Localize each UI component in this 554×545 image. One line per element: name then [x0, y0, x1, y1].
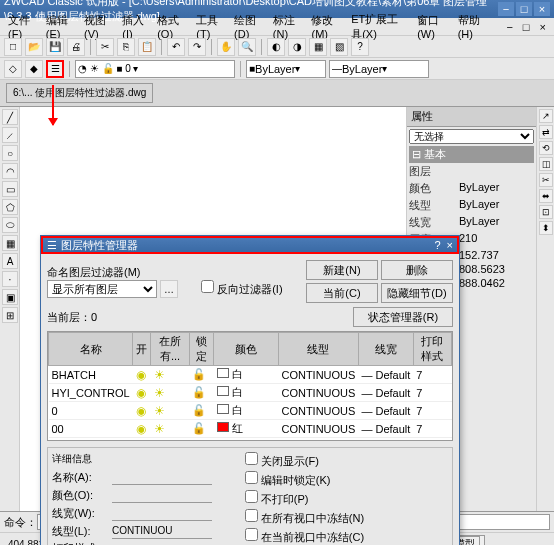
color-combo[interactable]: ■ ByLayer ▾ — [246, 60, 326, 78]
menu-format[interactable]: 格式(O) — [153, 13, 190, 40]
menu-tools[interactable]: 工具(T) — [192, 13, 228, 40]
open-icon[interactable]: 📂 — [25, 38, 43, 56]
grid-col[interactable]: 打印样式 — [413, 333, 451, 366]
layer-b-icon[interactable]: ◆ — [25, 60, 43, 78]
menu-help[interactable]: 帮助(H) — [454, 13, 491, 40]
mod-b-icon[interactable]: ⇄ — [539, 125, 553, 139]
mod-h-icon[interactable]: ⬍ — [539, 221, 553, 235]
paste-icon[interactable]: 📋 — [138, 38, 156, 56]
layer-a-icon[interactable]: ◇ — [4, 60, 22, 78]
dialog-close-icon[interactable]: × — [447, 239, 453, 251]
prop-row[interactable]: 颜色ByLayer — [409, 180, 534, 197]
redo-icon[interactable]: ↷ — [188, 38, 206, 56]
detail-opt[interactable]: 在当前视口中冻结(C) — [245, 528, 364, 545]
table-icon[interactable]: ⊞ — [2, 307, 18, 323]
detail-opt[interactable]: 在所有视口中冻结(N) — [245, 509, 364, 526]
doc-min-icon[interactable]: − — [502, 21, 516, 33]
current-layer-button[interactable]: 当前(C) — [306, 283, 378, 303]
menu-window[interactable]: 窗口(W) — [413, 13, 452, 40]
state-mgr-button[interactable]: 状态管理器(R) — [353, 307, 453, 327]
prop-row[interactable]: 线宽ByLayer — [409, 214, 534, 231]
menu-insert[interactable]: 插入(I) — [118, 13, 151, 40]
line-icon[interactable]: ╱ — [2, 109, 18, 125]
print-icon[interactable]: 🖨 — [67, 38, 85, 56]
menu-modify[interactable]: 修改(M) — [307, 13, 345, 40]
linetype-combo[interactable]: — ByLayer ▾ — [329, 60, 429, 78]
detail-color-input[interactable] — [112, 487, 212, 503]
menu-edit[interactable]: 编辑(E) — [42, 13, 78, 40]
prop-row[interactable]: 线型ByLayer — [409, 197, 534, 214]
circle-icon[interactable]: ○ — [2, 145, 18, 161]
help-icon[interactable]: ? — [351, 38, 369, 56]
filter-select[interactable]: 显示所有图层 — [47, 280, 157, 298]
layer-grid[interactable]: 名称开在所有...锁定颜色线型线宽打印样式 BHATCH◉☀🔓 白CONTINU… — [47, 331, 453, 441]
new-icon[interactable]: □ — [4, 38, 22, 56]
cut-icon[interactable]: ✂ — [96, 38, 114, 56]
mod-a-icon[interactable]: ↗ — [539, 109, 553, 123]
invert-filter-check[interactable]: 反向过滤器(I) — [201, 283, 282, 295]
layer-row[interactable]: 00◉☀🔓 红CONTINUOUS— Default7 — [49, 420, 452, 438]
detail-lt-input[interactable] — [112, 523, 212, 539]
mod-c-icon[interactable]: ⟲ — [539, 141, 553, 155]
arc-icon[interactable]: ◠ — [2, 163, 18, 179]
menu-draw[interactable]: 绘图(D) — [230, 13, 267, 40]
layer-row[interactable]: HYI_CONTROL◉☀🔓 白CONTINUOUS— Default7 — [49, 384, 452, 402]
detail-name-input[interactable] — [112, 469, 212, 485]
filter-edit-button[interactable]: … — [160, 280, 178, 298]
undo-icon[interactable]: ↶ — [167, 38, 185, 56]
detail-lw-input[interactable] — [112, 505, 212, 521]
zoom-icon[interactable]: 🔍 — [238, 38, 256, 56]
save-icon[interactable]: 💾 — [46, 38, 64, 56]
grid-col[interactable]: 锁定 — [189, 333, 214, 366]
maximize-button[interactable]: □ — [516, 2, 532, 16]
hatch-icon[interactable]: ▦ — [2, 235, 18, 251]
mod-f-icon[interactable]: ⬌ — [539, 189, 553, 203]
close-button[interactable]: × — [534, 2, 550, 16]
menu-view[interactable]: 视图(V) — [80, 13, 116, 40]
detail-opt[interactable]: 关闭显示(F) — [245, 452, 364, 469]
prop-row[interactable]: 图层 — [409, 163, 534, 180]
tool-b-icon[interactable]: ◑ — [288, 38, 306, 56]
grid-col[interactable]: 颜色 — [214, 333, 278, 366]
layer-row[interactable]: BHATCH◉☀🔓 白CONTINUOUS— Default7 — [49, 366, 452, 384]
selection-combo[interactable]: 无选择 — [409, 129, 534, 144]
new-layer-button[interactable]: 新建(N) — [306, 260, 378, 280]
delete-layer-button[interactable]: 删除 — [381, 260, 453, 280]
mod-g-icon[interactable]: ⊡ — [539, 205, 553, 219]
tool-d-icon[interactable]: ▧ — [330, 38, 348, 56]
grid-col[interactable]: 开 — [133, 333, 151, 366]
detail-opt[interactable]: 不打印(P) — [245, 490, 364, 507]
tool-c-icon[interactable]: ▦ — [309, 38, 327, 56]
grid-col[interactable]: 名称 — [49, 333, 133, 366]
poly-icon[interactable]: ⬠ — [2, 199, 18, 215]
detail-opt[interactable]: 编辑时锁定(K) — [245, 471, 364, 488]
layer-props-icon[interactable]: ☰ — [46, 60, 64, 78]
grid-col[interactable]: 线宽 — [358, 333, 413, 366]
text-icon[interactable]: A — [2, 253, 18, 269]
layer-row[interactable]: 03◉☀🔓 蓝CONTINUOUS— Default5 — [49, 438, 452, 442]
dialog-help-icon[interactable]: ? — [434, 239, 440, 251]
grid-col[interactable]: 线型 — [278, 333, 358, 366]
mod-d-icon[interactable]: ◫ — [539, 157, 553, 171]
copy-icon[interactable]: ⎘ — [117, 38, 135, 56]
pline-icon[interactable]: ⟋ — [2, 127, 18, 143]
block-icon[interactable]: ▣ — [2, 289, 18, 305]
rect-icon[interactable]: ▭ — [2, 181, 18, 197]
minimize-button[interactable]: − — [498, 2, 514, 16]
layer-row[interactable]: 0◉☀🔓 白CONTINUOUS— Default7 — [49, 402, 452, 420]
ellipse-icon[interactable]: ⬭ — [2, 217, 18, 233]
doc-tab[interactable]: 6:\... 使用图层特性过滤器.dwg — [6, 83, 153, 103]
point-icon[interactable]: · — [2, 271, 18, 287]
hide-detail-button[interactable]: 隐藏细节(D) — [381, 283, 453, 303]
layer-combo[interactable]: ◔ ☀ 🔓 ■ 0 ▾ — [75, 60, 235, 78]
tool-a-icon[interactable]: ◐ — [267, 38, 285, 56]
mod-e-icon[interactable]: ✂ — [539, 173, 553, 187]
grid-col[interactable]: 在所有... — [151, 333, 190, 366]
doc-max-icon[interactable]: □ — [519, 21, 534, 33]
drawing-area[interactable]: ☰ 图层特性管理器 ? × 命名图层过滤器(M) 显示所有图层 … 反向过滤器(… — [20, 107, 406, 545]
pan-icon[interactable]: ✋ — [217, 38, 235, 56]
menu-file[interactable]: 文件(F) — [4, 13, 40, 40]
menu-dim[interactable]: 标注(N) — [269, 13, 306, 40]
dialog-titlebar: ☰ 图层特性管理器 ? × — [41, 236, 459, 254]
doc-close-icon[interactable]: × — [536, 21, 550, 33]
